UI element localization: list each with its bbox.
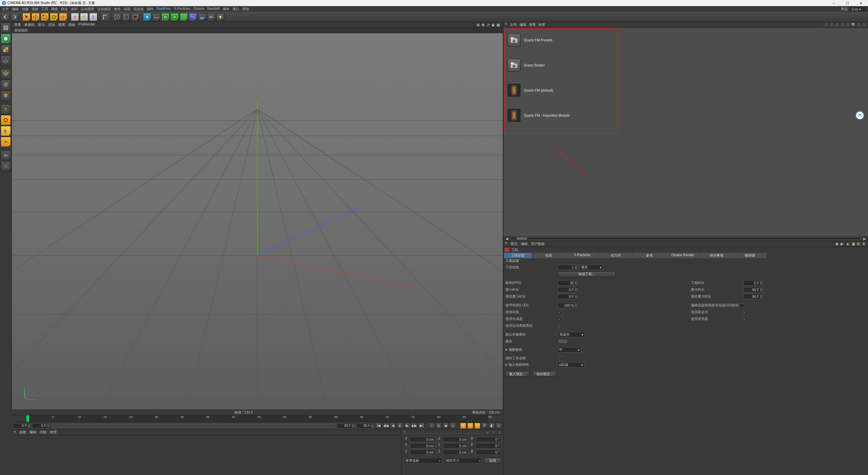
attr-menu-2[interactable]: 用户数据: [531, 242, 545, 246]
input-collapse[interactable]: 输入色彩特性sRGB▾: [506, 362, 866, 368]
menu-15[interactable]: X-Particles: [174, 7, 190, 12]
recent-tool[interactable]: [59, 13, 67, 21]
p-scale-field[interactable]: 1: [558, 265, 578, 270]
menu-11[interactable]: 动画: [124, 7, 131, 12]
render-view-button[interactable]: [113, 13, 121, 21]
attr-back-icon[interactable]: ◀: [835, 242, 840, 246]
add-generator-button[interactable]: [161, 13, 170, 21]
om-menu-3[interactable]: 标签: [538, 22, 545, 27]
p-mot-check[interactable]: ✓: [558, 324, 562, 328]
rotate-tool[interactable]: [50, 13, 58, 21]
p-def-check[interactable]: ✓: [743, 317, 747, 321]
menu-10[interactable]: 角色: [114, 7, 121, 12]
points-mode-button[interactable]: [1, 69, 11, 79]
menu-1[interactable]: 编辑: [12, 7, 19, 12]
maximize-button[interactable]: ☐: [844, 1, 851, 5]
menu-20[interactable]: 帮助: [242, 7, 249, 12]
om-eye-icon[interactable]: [862, 22, 867, 27]
attr-new-icon[interactable]: ⧉: [856, 242, 861, 246]
om-scroll-right[interactable]: ▶: [863, 236, 867, 241]
next-key-button[interactable]: ▶▶: [411, 423, 417, 429]
playhead[interactable]: [26, 415, 29, 422]
menu-14[interactable]: RealFlow: [157, 7, 171, 12]
om-icon5[interactable]: [846, 22, 850, 27]
minimize-button[interactable]: ─: [830, 1, 837, 5]
tl-end-field[interactable]: 90 F: [356, 423, 375, 429]
menu-9[interactable]: 运动跟踪: [97, 7, 111, 12]
key-rot-button[interactable]: ↻: [474, 423, 480, 429]
menu-17[interactable]: Redshift: [207, 7, 220, 12]
workplane-mode-button[interactable]: [1, 55, 11, 65]
p-input-combo[interactable]: sRGB▾: [557, 362, 585, 367]
next-frame-button[interactable]: ▶: [404, 423, 410, 429]
attr-tab-1[interactable]: 信息: [532, 253, 565, 258]
attr-tab-7[interactable]: 帧插值: [733, 253, 767, 258]
p-pmax-field[interactable]: 90 F: [743, 294, 764, 299]
p-gen-check[interactable]: ✓: [558, 317, 562, 321]
coord-field-2-b[interactable]: 0 cm: [443, 450, 468, 455]
coord-field-1-b[interactable]: 0 cm: [443, 443, 468, 449]
menu-7[interactable]: 体积: [71, 7, 78, 12]
prev-key-button[interactable]: ◀◀: [383, 423, 389, 429]
p-expr-check[interactable]: ✓: [743, 310, 747, 314]
scale-project-button[interactable]: 缩放工程...: [558, 271, 615, 277]
menu-3[interactable]: 选择: [32, 7, 38, 12]
menu-8[interactable]: 运动图形: [81, 7, 94, 12]
mat-menu-1[interactable]: 编辑: [29, 430, 36, 435]
axis-y-toggle[interactable]: Y: [80, 13, 88, 21]
scale-tool[interactable]: [41, 13, 49, 21]
clip-collapse[interactable]: 视图修剪中▾: [506, 347, 866, 353]
mat-menu-0[interactable]: 创建: [19, 430, 26, 435]
render-pv-button[interactable]: [122, 13, 130, 21]
axis-mode-button[interactable]: [1, 104, 11, 114]
om-menu-0[interactable]: 文件: [510, 22, 517, 27]
p-clip-combo[interactable]: 中▾: [557, 347, 581, 353]
om-scroll-left[interactable]: ◀: [505, 236, 509, 241]
p-scale-unit[interactable]: 厘米▾: [579, 265, 603, 270]
snap-button[interactable]: S: [1, 126, 11, 136]
prev-frame-button[interactable]: ◀: [390, 423, 396, 429]
timeline-scrub[interactable]: [52, 423, 336, 428]
attr-tab-2[interactable]: X-Particles: [566, 253, 599, 258]
attr-tab-4[interactable]: 参考: [633, 253, 666, 258]
om-icon3[interactable]: [835, 22, 840, 27]
vp-menu-1[interactable]: 摄像机: [24, 22, 35, 27]
add-array-button[interactable]: [180, 13, 188, 21]
om-scroll-track[interactable]: [510, 237, 861, 240]
mat-menu-2[interactable]: 功能: [40, 430, 46, 435]
menu-4[interactable]: 工具: [41, 7, 48, 12]
goto-start-button[interactable]: |◀: [376, 423, 382, 429]
play-button[interactable]: ▶: [397, 423, 403, 429]
ring-select-button[interactable]: [1, 161, 11, 171]
p-defcol-combo[interactable]: 灰蓝色▾: [558, 332, 585, 337]
p-anim-check[interactable]: ✓: [558, 310, 562, 314]
vp-menu-4[interactable]: 视图: [58, 22, 65, 27]
tl-max-field[interactable]: 90 F: [337, 423, 355, 429]
coord-field-2-a[interactable]: 0 cm: [410, 450, 435, 455]
vp-menu-3[interactable]: 过滤: [48, 22, 55, 27]
vp-menu-6[interactable]: ProRender: [79, 22, 95, 27]
vp-menu-5[interactable]: 面板: [68, 22, 75, 27]
asset-row-0[interactable]: Quartz FM Presets: [506, 33, 616, 48]
p-max-field[interactable]: 90 F: [743, 287, 764, 292]
attr-menu-0[interactable]: 模式: [511, 242, 517, 246]
object-manager-area[interactable]: Quartz FM PresetsScene BuilderQuartz FM …: [504, 28, 868, 236]
live-select-tool[interactable]: [22, 13, 31, 21]
p-min-field[interactable]: 0 F: [558, 287, 578, 292]
coord-opt1-icon[interactable]: [486, 431, 490, 435]
timeline-ruler[interactable]: 051015202530354045505560657075808590: [12, 415, 503, 422]
add-light-button[interactable]: [216, 13, 224, 21]
coord-opt2-icon[interactable]: [492, 431, 496, 435]
menu-6[interactable]: 样条: [61, 7, 68, 12]
axis-z-toggle[interactable]: Z: [89, 13, 97, 21]
p-fps-field[interactable]: 30: [558, 280, 578, 286]
vp-layout-icon[interactable]: ▦: [496, 23, 500, 27]
om-icon4[interactable]: [840, 22, 845, 27]
attr-tab-0[interactable]: 工程设置: [504, 253, 532, 258]
record-button[interactable]: ●: [429, 423, 435, 429]
keyopt1-button[interactable]: ◆: [443, 423, 449, 429]
coord-apply-button[interactable]: 应用: [484, 458, 501, 464]
loop-select-button[interactable]: [1, 150, 11, 160]
asset-row-3[interactable]: Quartz FM - Impurities Module: [506, 108, 616, 123]
p-color-swatch[interactable]: [558, 339, 568, 344]
